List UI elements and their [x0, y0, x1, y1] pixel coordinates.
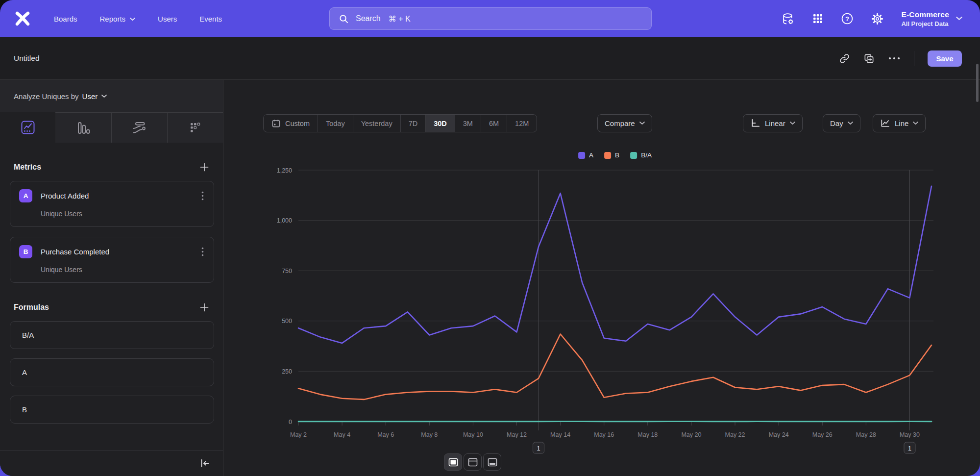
compare-dropdown[interactable]: Compare [597, 114, 652, 132]
view-toggle-chart-with-table[interactable] [464, 453, 482, 471]
metric-options-button[interactable] [200, 246, 205, 257]
metric-options-button[interactable] [200, 190, 205, 201]
metrics-header: Metrics [14, 163, 41, 172]
range-30d[interactable]: 30D [425, 115, 455, 132]
formula-card-a[interactable]: A [10, 358, 214, 386]
search-icon [339, 14, 349, 24]
collapse-sidebar-icon[interactable] [199, 458, 210, 469]
report-title[interactable]: Untitled [14, 54, 40, 63]
chevron-down-icon [848, 122, 853, 125]
x-axis-label: May 22 [725, 431, 745, 438]
y-axis-label: 1,250 [277, 167, 292, 174]
search-placeholder: Search [356, 14, 381, 23]
metric-letter-badge: A [19, 189, 32, 202]
chevron-down-icon [639, 122, 645, 125]
nav-item-events[interactable]: Events [199, 15, 222, 23]
tab-funnels[interactable] [55, 112, 111, 143]
formula-label: B/A [22, 331, 34, 339]
metric-card-top: AProduct Added [19, 189, 205, 202]
analyze-entity-dropdown[interactable]: User [82, 92, 107, 100]
data-management-icon[interactable] [782, 12, 795, 25]
line-chart-icon [880, 118, 890, 128]
formula-card-b-a[interactable]: B/A [10, 321, 214, 349]
metric-card-top: BPurchase Completed [19, 245, 205, 258]
nav-item-label: Users [158, 15, 177, 23]
analyze-label: Analyze Uniques by [14, 92, 79, 100]
range-7d[interactable]: 7D [400, 115, 426, 132]
chart-panel: CustomTodayYesterday7D30D3M6M12M Compare… [223, 80, 980, 476]
range-yesterday[interactable]: Yesterday [353, 115, 400, 132]
x-axis-label: May 6 [377, 431, 394, 438]
app-shell: BoardsReportsUsersEvents Search ⌘ + K [0, 0, 980, 476]
chart-legend: ABB/A [578, 151, 652, 159]
axis-scale-dropdown[interactable]: Linear [743, 114, 803, 132]
range-label: 30D [434, 120, 447, 127]
more-options-icon[interactable] [888, 56, 901, 60]
legend-swatch [578, 152, 585, 159]
query-builder-sidebar: Analyze Uniques by User [0, 80, 223, 476]
x-axis-label: May 20 [681, 431, 701, 438]
project-switcher[interactable]: E-Commerce All Project Data [901, 10, 962, 27]
range-today[interactable]: Today [318, 115, 353, 132]
report-title-bar: Untitled [0, 37, 980, 80]
apps-grid-icon[interactable] [812, 13, 824, 25]
chart-type-dropdown[interactable]: Line [873, 114, 926, 132]
range-6m[interactable]: 6M [481, 115, 507, 132]
layout-split-icon [468, 458, 478, 467]
series-line-b[interactable] [298, 334, 931, 400]
annotation-badge-label: 1 [908, 445, 911, 452]
legend-swatch [630, 152, 637, 159]
kebab-menu-icon [201, 247, 204, 256]
add-formula-button[interactable] [199, 302, 209, 312]
retention-dots-icon [188, 121, 202, 135]
formula-label: B [22, 405, 27, 414]
legend-item-b-a[interactable]: B/A [630, 151, 652, 159]
x-axis-label: May 4 [334, 431, 350, 438]
view-toggle-chart-focus[interactable] [444, 453, 462, 471]
scale-label: Linear [765, 119, 785, 127]
layout-bottom-icon [488, 458, 497, 467]
legend-label: B/A [641, 151, 652, 159]
legend-item-b[interactable]: B [604, 151, 619, 159]
range-12m[interactable]: 12M [507, 115, 537, 132]
metrics-list: AProduct AddedUnique UsersBPurchase Comp… [0, 181, 223, 283]
add-metric-button[interactable] [199, 162, 209, 172]
nav-item-boards[interactable]: Boards [54, 15, 77, 23]
range-custom[interactable]: Custom [264, 115, 318, 132]
calendar-icon [271, 119, 281, 128]
y-axis-label: 1,000 [277, 217, 292, 224]
chevron-down-icon [101, 95, 107, 98]
range-3m[interactable]: 3M [455, 115, 481, 132]
formula-label: A [22, 368, 27, 376]
x-axis-label: May 10 [463, 431, 483, 438]
save-button[interactable]: Save [928, 50, 962, 67]
nav-item-reports[interactable]: Reports [100, 15, 136, 23]
tab-insights[interactable] [0, 112, 55, 143]
tab-flows[interactable] [111, 112, 167, 143]
view-toggle-table-focus[interactable] [483, 453, 501, 471]
metric-name: Product Added [41, 192, 200, 200]
tab-retention[interactable] [167, 112, 223, 143]
search-input[interactable]: Search ⌘ + K [329, 7, 652, 30]
annotation-badge-label: 1 [537, 445, 540, 452]
copy-link-icon[interactable] [839, 53, 850, 64]
range-label: Yesterday [361, 120, 392, 127]
nav-item-label: Reports [100, 15, 126, 23]
interval-dropdown[interactable]: Day [823, 114, 860, 132]
metric-card-b[interactable]: BPurchase CompletedUnique Users [10, 237, 214, 283]
formula-card-b[interactable]: B [10, 396, 214, 424]
help-icon[interactable]: ? [841, 12, 854, 25]
duplicate-icon[interactable] [863, 53, 875, 64]
metric-card-a[interactable]: AProduct AddedUnique Users [10, 181, 214, 227]
search-shortcut: ⌘ + K [389, 14, 411, 24]
legend-item-a[interactable]: A [578, 151, 593, 159]
date-range-control: CustomTodayYesterday7D30D3M6M12M [263, 114, 537, 132]
series-line-a[interactable] [298, 186, 931, 343]
nav-item-users[interactable]: Users [158, 15, 177, 23]
metric-subtitle: Unique Users [41, 210, 205, 218]
legend-label: A [589, 151, 593, 159]
scrollbar-thumb[interactable] [976, 64, 979, 102]
mixpanel-logo-icon[interactable] [13, 9, 32, 28]
settings-gear-icon[interactable] [871, 12, 884, 25]
title-actions: Save [839, 37, 962, 79]
